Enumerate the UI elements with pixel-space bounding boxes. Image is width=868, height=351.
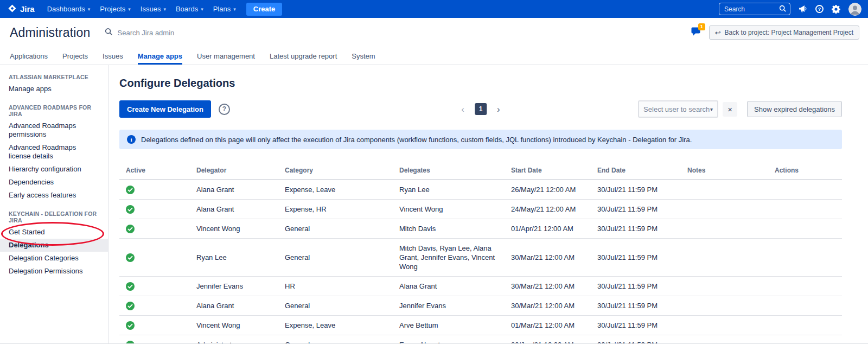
current-page-indicator[interactable]: 1 (475, 103, 487, 115)
active-cell (119, 296, 190, 316)
delegator-cell: Vincent Wong (190, 316, 278, 335)
notes-cell (681, 180, 768, 200)
sidebar-item-early-access-features[interactable]: Early access features (0, 189, 108, 202)
delegations-table-body: Alana Grant Expense, Leave Ryan Lee 26/M… (119, 180, 842, 343)
addon-notification-icon[interactable]: 1 (691, 27, 701, 38)
sidebar-item-advanced-roadmaps-permissions[interactable]: Advanced Roadmaps permissions (0, 119, 108, 141)
global-search-input[interactable] (723, 5, 777, 14)
actions-cell (768, 335, 842, 344)
category-cell: Expense, Leave (278, 180, 393, 200)
delegates-cell: Mitch Davis, Ryan Lee, Alana Grant, Jenn… (393, 239, 505, 277)
column-notes: Notes (681, 162, 768, 180)
category-cell: General (278, 219, 393, 239)
sidebar-section-marketplace: ATLASSIAN MARKETPLACE Manage apps (0, 71, 108, 95)
start-date-cell: 30/Mar/21 12:00 AM (505, 277, 591, 296)
delegator-cell: Alana Grant (190, 180, 278, 200)
create-button[interactable]: Create (246, 3, 282, 16)
tab-system[interactable]: System (352, 47, 375, 65)
main-content: Configure Delegations Create New Delegat… (108, 65, 868, 343)
active-check-icon (126, 186, 183, 194)
nav-plans[interactable]: Plans▾ (208, 0, 241, 18)
active-cell (119, 316, 190, 335)
tab-manage-apps[interactable]: Manage apps (138, 47, 182, 65)
end-date-cell: 30/Jul/21 11:59 PM (591, 239, 681, 277)
column-active: Active (119, 162, 190, 180)
nav-projects[interactable]: Projects▾ (95, 0, 136, 18)
end-date-cell: 30/Jul/21 11:59 PM (591, 200, 681, 219)
sidebar-item-get-started[interactable]: Get Started (0, 226, 108, 239)
delegator-cell: Alana Grant (190, 296, 278, 316)
nav-issues[interactable]: Issues▾ (136, 0, 171, 18)
admin-header-right: 1 ↩ Back to project: Project Management … (691, 25, 859, 40)
active-cell (119, 335, 190, 344)
sidebar-item-delegations[interactable]: Delegations (0, 239, 108, 252)
user-avatar[interactable] (848, 3, 861, 16)
gear-icon[interactable] (832, 5, 840, 14)
active-check-icon (126, 282, 183, 291)
sidebar-section-keychain-delegation: KEYCHAIN - DELEGATION FOR JIRA Get Start… (0, 207, 108, 278)
back-to-project-button[interactable]: ↩ Back to project: Project Management Pr… (709, 25, 859, 40)
help-icon[interactable]: ? (219, 104, 230, 115)
chevron-down-icon: ▾ (233, 7, 236, 12)
create-new-delegation-button[interactable]: Create New Delegation (119, 100, 211, 118)
show-expired-delegations-button[interactable]: Show expired delegations (747, 101, 842, 117)
next-page-button[interactable]: › (494, 104, 503, 114)
chevron-down-icon: ▾ (710, 106, 713, 112)
user-search-select-placeholder: Select user to search (643, 105, 710, 113)
admin-tab-bar: Applications Projects Issues Manage apps… (0, 47, 868, 65)
tab-issues[interactable]: Issues (103, 47, 123, 65)
active-check-icon (126, 341, 183, 344)
actions-cell (768, 200, 842, 219)
admin-search-input[interactable] (117, 28, 220, 37)
help-icon[interactable]: ? (815, 5, 824, 13)
page: Jira Dashboards▾ Projects▾ Issues▾ Board… (0, 0, 868, 351)
search-icon (105, 28, 112, 37)
sidebar-item-hierarchy-configuration[interactable]: Hierarchy configuration (0, 163, 108, 176)
sidebar-item-dependencies[interactable]: Dependencies (0, 176, 108, 189)
delegator-cell: Vincent Wong (190, 219, 278, 239)
notes-cell (681, 219, 768, 239)
actions-cell (768, 296, 842, 316)
jira-logo-text: Jira (20, 4, 35, 14)
tab-latest-upgrade-report[interactable]: Latest upgrade report (270, 47, 337, 65)
sidebar-item-manage-apps[interactable]: Manage apps (0, 82, 108, 95)
user-search-select[interactable]: Select user to search ▾ (638, 100, 718, 118)
sidebar-item-advanced-roadmaps-license-details[interactable]: Advanced Roadmaps license details (0, 141, 108, 163)
active-check-icon (126, 302, 183, 310)
category-cell: General (278, 239, 393, 277)
nav-boards-label: Boards (176, 5, 198, 13)
table-row: Vincent Wong General Mitch Davis 01/Apr/… (119, 219, 842, 239)
delegates-cell: Alana Grant (393, 277, 505, 296)
start-date-cell: 30/Jan/21 12:00 AM (505, 335, 591, 344)
previous-page-button[interactable]: ‹ (458, 104, 468, 114)
jira-logo[interactable]: Jira (8, 4, 35, 15)
delegator-cell: Alana Grant (190, 200, 278, 219)
actions-cell (768, 316, 842, 335)
start-date-cell: 30/Mar/21 12:00 AM (505, 296, 591, 316)
start-date-cell: 01/Apr/21 12:00 AM (505, 219, 591, 239)
announcements-icon[interactable] (799, 5, 807, 13)
sidebar-item-delegation-permissions[interactable]: Delegation Permissions (0, 265, 108, 278)
table-row: Jennifer Evans HR Alana Grant 30/Mar/21 … (119, 277, 842, 296)
sidebar-section-header: KEYCHAIN - DELEGATION FOR JIRA (0, 207, 108, 226)
info-icon: i (127, 135, 136, 144)
global-search (719, 3, 790, 15)
admin-header: Administration 1 ↩ Back to project: Proj… (0, 18, 868, 47)
table-row: Alana Grant General Jennifer Evans 30/Ma… (119, 296, 842, 316)
sidebar-item-delegation-categories[interactable]: Delegation Categories (0, 252, 108, 265)
nav-boards[interactable]: Boards▾ (171, 0, 208, 18)
search-icon[interactable] (779, 4, 786, 14)
actions-cell (768, 277, 842, 296)
tab-projects[interactable]: Projects (62, 47, 88, 65)
category-cell: General (278, 296, 393, 316)
admin-sidebar: ATLASSIAN MARKETPLACE Manage apps ADVANC… (0, 65, 108, 343)
toolbar: Create New Delegation ? ‹ 1 › Select use… (119, 100, 842, 118)
tab-applications[interactable]: Applications (10, 47, 48, 65)
tab-user-management[interactable]: User management (197, 47, 255, 65)
nav-dashboards[interactable]: Dashboards▾ (42, 0, 95, 18)
delegates-cell: Ryan Lee (393, 180, 505, 200)
table-row: Vincent Wong Expense, Leave Arve Bettum … (119, 316, 842, 335)
column-start-date: Start Date (505, 162, 591, 180)
clear-filter-button[interactable]: × (723, 102, 737, 117)
pagination: ‹ 1 › (458, 103, 503, 115)
